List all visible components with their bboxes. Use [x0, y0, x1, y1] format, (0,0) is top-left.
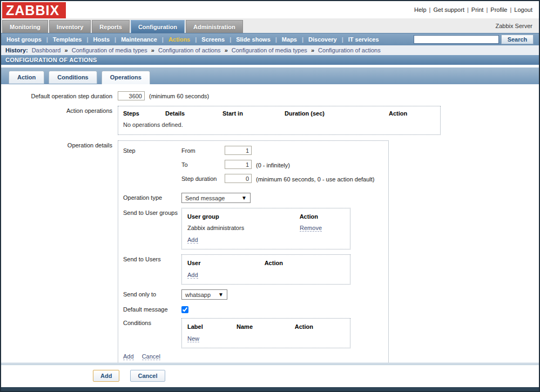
no-operations-text: No operations defined.	[123, 121, 440, 128]
subnav-hosts[interactable]: Hosts	[92, 36, 111, 43]
history-item-dashboard[interactable]: Dashboard	[32, 47, 61, 53]
col-duration: Duration (sec)	[285, 110, 389, 117]
col-start-in: Start in	[222, 110, 285, 117]
operation-type-select[interactable]: Send message ▼	[181, 193, 251, 203]
send-only-to-value: whatsapp	[185, 292, 211, 298]
history-item-actions-1[interactable]: Configuration of actions	[158, 47, 221, 53]
conditions-table: Label Name Action New	[181, 318, 350, 348]
user-groups-add-row: Add	[187, 236, 345, 243]
send-to-users-row: Send to Users User Action Add	[123, 254, 388, 285]
subnav-separator: |	[195, 36, 197, 43]
users-table: User Action Add	[181, 254, 350, 285]
step-fields: From To (0 - infinitely) Step duration (…	[181, 146, 375, 188]
send-to-user-groups-label: Send to User groups	[123, 208, 181, 216]
profile-link[interactable]: Profile	[490, 6, 507, 13]
add-button[interactable]: Add	[93, 370, 119, 382]
logout-link[interactable]: Logout	[514, 6, 532, 13]
main-nav-reports[interactable]: Reports	[92, 20, 130, 33]
users-add-row: Add	[187, 272, 345, 278]
remove-user-group-link[interactable]: Remove	[300, 225, 322, 232]
main-nav: Monitoring Inventory Reports Configurati…	[1, 18, 539, 33]
history-item-media-types-2[interactable]: Configuration of media types	[232, 47, 307, 53]
print-link[interactable]: Print	[471, 6, 484, 13]
form-tab-strip: Action Conditions Operations	[1, 67, 539, 84]
get-support-link[interactable]: Get support	[433, 6, 464, 13]
subnav-it-services[interactable]: IT services	[347, 36, 380, 43]
form-buttons-row: Add Cancel	[1, 365, 539, 387]
action-operations-table: Steps Details Start in Duration (sec) Ac…	[118, 106, 441, 135]
new-condition-link[interactable]: New	[187, 335, 199, 342]
help-link[interactable]: Help	[414, 6, 427, 13]
tab-operations[interactable]: Operations	[102, 71, 150, 84]
history-separator: »	[65, 47, 68, 53]
step-duration-sub-input[interactable]	[225, 174, 252, 183]
default-message-label: Default message	[123, 305, 181, 313]
default-message-row: Default message	[123, 305, 388, 313]
user-groups-header: User group Action	[187, 213, 345, 220]
col-user-group: User group	[187, 213, 298, 220]
add-user-link[interactable]: Add	[187, 272, 198, 279]
col-action: Action	[389, 110, 440, 117]
subnav-actions[interactable]: Actions	[167, 36, 191, 43]
default-message-checkbox[interactable]	[181, 306, 188, 313]
top-bar: ZABBIX Help|Get support|Print|Profile|Lo…	[1, 1, 539, 18]
operation-details-label: Operation details	[1, 140, 118, 148]
send-only-to-select[interactable]: whatsapp ▼	[181, 289, 227, 300]
subnav-slide-shows[interactable]: Slide shows	[235, 36, 272, 43]
tab-action[interactable]: Action	[9, 71, 44, 84]
step-to-row: To (0 - infinitely)	[181, 160, 375, 169]
history-separator: »	[225, 47, 228, 53]
step-duration-label: Default operation step duration	[1, 91, 118, 99]
subnav-templates[interactable]: Templates	[52, 36, 83, 43]
step-duration-sub-note: (minimum 60 seconds, 0 - use action defa…	[256, 174, 375, 183]
main-nav-administration[interactable]: Administration	[186, 20, 243, 33]
operation-cancel-link[interactable]: Cancel	[142, 353, 160, 360]
history-separator: »	[311, 47, 314, 53]
history-label: History:	[5, 47, 28, 53]
subnav-separator: |	[162, 36, 164, 43]
link-separator: |	[467, 6, 469, 13]
link-separator: |	[510, 6, 511, 13]
step-to-input[interactable]	[225, 160, 252, 169]
main-nav-monitoring[interactable]: Monitoring	[2, 20, 48, 33]
operations-form: Default operation step duration (minimum…	[1, 84, 539, 363]
subnav-host-groups[interactable]: Host groups	[5, 36, 43, 43]
subnav-maintenance[interactable]: Maintenance	[120, 36, 158, 43]
operation-type-label: Operation type	[123, 193, 181, 201]
page-title: CONFIGURATION OF ACTIONS	[1, 55, 539, 65]
cancel-button[interactable]: Cancel	[130, 370, 165, 382]
link-separator: |	[486, 6, 488, 13]
subnav-separator: |	[230, 36, 231, 43]
col-conditions-action: Action	[295, 323, 313, 330]
step-duration-sub-row: Step duration (minimum 60 seconds, 0 - u…	[181, 174, 375, 183]
step-duration-input[interactable]	[118, 91, 145, 100]
search-button[interactable]: Search	[501, 35, 534, 44]
dropdown-arrow-icon: ▼	[218, 292, 224, 298]
subnav-maps[interactable]: Maps	[281, 36, 298, 43]
subnav-screens[interactable]: Screens	[200, 36, 226, 43]
step-from-input[interactable]	[225, 146, 252, 155]
history-item-media-types-1[interactable]: Configuration of media types	[72, 47, 147, 53]
search-input[interactable]	[414, 35, 499, 44]
sub-nav: Host groups | Templates | Hosts | Mainte…	[1, 33, 539, 45]
subnav-separator: |	[46, 36, 48, 43]
subnav-discovery[interactable]: Discovery	[307, 36, 338, 43]
operation-details-row: Operation details Step From To (0 - infi…	[1, 140, 539, 363]
add-user-group-link[interactable]: Add	[187, 236, 198, 244]
tab-conditions[interactable]: Conditions	[49, 71, 97, 84]
col-name: Name	[237, 323, 293, 330]
conditions-row: Conditions Label Name Action New	[123, 318, 388, 348]
conditions-new-row: New	[187, 335, 345, 342]
operation-add-link[interactable]: Add	[123, 353, 134, 360]
users-header: User Action	[187, 260, 345, 266]
user-groups-table: User group Action Zabbix administrators …	[181, 208, 350, 249]
main-nav-configuration[interactable]: Configuration	[131, 20, 185, 33]
action-operations-row: Action operations Steps Details Start in…	[1, 106, 539, 135]
subnav-separator: |	[342, 36, 343, 43]
window-bottom-bar	[1, 387, 539, 391]
send-only-to-label: Send only to	[123, 289, 181, 298]
operation-details-footer: Add Cancel	[123, 353, 388, 360]
main-nav-inventory[interactable]: Inventory	[49, 20, 91, 33]
history-item-actions-2[interactable]: Configuration of actions	[318, 47, 381, 53]
history-separator: »	[151, 47, 154, 53]
